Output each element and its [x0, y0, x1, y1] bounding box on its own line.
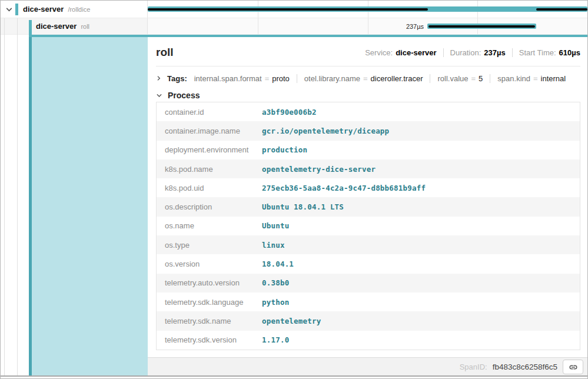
jaeger-trace-detail-view: dice-server/rolldice dice-serverroll 237…: [0, 0, 588, 379]
key-cell: os.version: [157, 260, 262, 268]
value-cell: 18.04.1: [262, 260, 294, 268]
spanid-label: SpanID:: [460, 363, 487, 371]
timeline-cell[interactable]: [148, 1, 587, 18]
table-row: os.descriptionUbuntu 18.04.1 LTS: [157, 197, 580, 216]
indent-guide: [17, 18, 18, 376]
tags-label: Tags:: [167, 74, 187, 83]
indent-guide: [4, 18, 5, 376]
span-title: roll: [156, 46, 174, 59]
value-cell: 1.17.0: [262, 335, 289, 344]
process-table: container.ida3bf90e006b2 container.image…: [156, 102, 580, 350]
key-cell: container.image.name: [157, 127, 262, 135]
duration-label: 237µs: [148, 18, 427, 35]
span-detail-panel: roll Service: dice-server Duration: 237µ…: [148, 37, 588, 376]
table-row: telemetry.auto.version0.38b0: [157, 274, 580, 292]
key-cell: telemetry.auto.version: [157, 278, 262, 287]
value-cell: 0.38b0: [262, 278, 289, 287]
span-name-cell[interactable]: dice-server/rolldice: [1, 1, 148, 18]
value-cell: Ubuntu: [262, 221, 289, 230]
key-cell: os.type: [157, 241, 262, 250]
table-row: deployment.environmentproduction: [157, 141, 580, 159]
key-cell: container.id: [157, 108, 262, 117]
process-section-toggle[interactable]: Process: [156, 89, 580, 102]
window-bottom-edge: [1, 375, 587, 377]
child-span-marker: [148, 8, 428, 11]
meta-start-time: Start Time: 610µs: [512, 48, 580, 57]
span-meta: Service: dice-server Duration: 237µs Sta…: [365, 48, 580, 57]
key-cell: k8s.pod.name: [157, 165, 262, 174]
table-row: container.image.namegcr.io/opentelemetry…: [157, 121, 580, 140]
value-cell: a3bf90e006b2: [262, 108, 317, 117]
tags-section-toggle[interactable]: Tags: internal.span.format=proto otel.li…: [156, 71, 580, 86]
child-span-marker: [536, 8, 587, 11]
tag-item: otel.library.name=diceroller.tracer: [297, 74, 430, 83]
table-row: os.nameUbuntu: [157, 217, 580, 235]
span-self-time-marker: [428, 25, 535, 28]
table-row: telemetry.sdk.languagepython: [157, 292, 580, 311]
key-cell: telemetry.sdk.version: [157, 335, 262, 344]
span-detail-footer: SpanID: fb483c8c6258f6c5: [148, 357, 588, 376]
span-name-cell[interactable]: dice-serverroll: [1, 18, 148, 34]
table-row: k8s.pod.uid275ecb36-5aa8-4c2a-9c47-d8bb6…: [157, 178, 580, 197]
tag-item: span.kind=internal: [490, 74, 573, 83]
service-name-label: dice-serverroll: [36, 18, 89, 35]
value-cell: opentelemetry-dice-server: [262, 165, 376, 174]
span-row-rolldice[interactable]: dice-server/rolldice: [1, 1, 587, 18]
service-name-label: dice-server/rolldice: [23, 1, 90, 18]
chevron-down-icon[interactable]: [156, 92, 162, 99]
chevron-down-icon[interactable]: [5, 6, 13, 14]
selected-span-subtree-fill: [32, 35, 148, 376]
process-label: Process: [168, 91, 200, 100]
value-cell: python: [262, 298, 289, 307]
meta-service: Service: dice-server: [365, 48, 436, 57]
service-color-bar: [15, 4, 18, 15]
key-cell: telemetry.sdk.name: [157, 317, 262, 325]
link-icon: [569, 363, 578, 372]
key-cell: telemetry.sdk.language: [157, 298, 262, 307]
table-row: telemetry.sdk.version1.17.0: [157, 331, 580, 350]
value-cell: linux: [262, 241, 285, 250]
span-detail-header: roll Service: dice-server Duration: 237µ…: [156, 44, 580, 61]
table-row: k8s.pod.nameopentelemetry-dice-server: [157, 159, 580, 178]
tag-item: roll.value=5: [430, 74, 490, 83]
value-cell: opentelemetry: [262, 317, 321, 325]
span-row-roll[interactable]: dice-serverroll 237µs: [1, 18, 587, 35]
chevron-right-icon[interactable]: [156, 75, 162, 81]
key-cell: k8s.pod.uid: [157, 184, 262, 192]
service-color-bar: [29, 20, 32, 35]
table-row: os.version18.04.1: [157, 254, 580, 273]
table-row: container.ida3bf90e006b2: [157, 102, 580, 121]
operation-name-label: /rolldice: [68, 6, 90, 13]
table-row: telemetry.sdk.nameopentelemetry: [157, 311, 580, 330]
meta-duration: Duration: 237µs: [443, 48, 506, 57]
operation-name-label: roll: [81, 23, 89, 30]
value-cell: Ubuntu 18.04.1 LTS: [262, 202, 344, 211]
value-cell: gcr.io/opentelemetry/diceapp: [262, 127, 389, 135]
tag-item: internal.span.format=proto: [187, 74, 297, 83]
table-row: os.typelinux: [157, 235, 580, 254]
value-cell: 275ecb36-5aa8-4c2a-9c47-d8bb681b9aff: [262, 184, 426, 192]
value-cell: production: [262, 145, 307, 154]
deep-link-button[interactable]: [563, 360, 583, 374]
key-cell: os.name: [157, 221, 262, 230]
key-cell: os.description: [157, 202, 262, 211]
timeline-cell[interactable]: 237µs: [148, 18, 587, 34]
key-cell: deployment.environment: [157, 145, 262, 154]
spanid-value: fb483c8c6258f6c5: [493, 363, 557, 371]
header-divider: [156, 66, 580, 67]
